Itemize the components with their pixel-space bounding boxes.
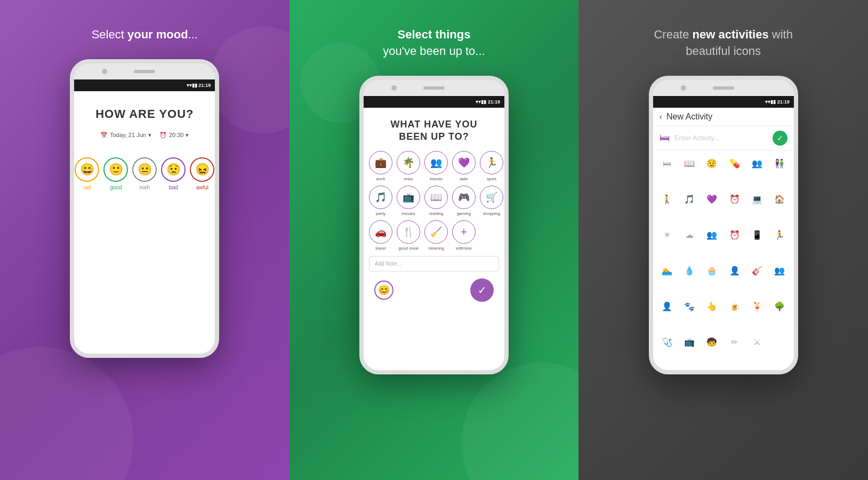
activity-relax[interactable]: 🌴 relax [397,151,420,181]
time-text: 20:30 [169,132,184,138]
activity-reading[interactable]: 📖 reading [424,186,448,216]
activity-movies[interactable]: 📺 movies [397,186,420,216]
activity-party[interactable]: 🎵 party [369,186,392,216]
icon-bed[interactable]: 🛏 [656,154,678,174]
icon-cloud[interactable]: ☁ [679,225,700,245]
activity-movies-label: movies [401,211,415,216]
icon-music[interactable]: 🎵 [679,189,700,210]
icon-guitar[interactable]: 🎸 [746,261,768,281]
activity-meal[interactable]: 🍴 good meal [397,220,420,251]
icon-laptop[interactable]: 💻 [746,189,768,210]
icon-couple[interactable]: 👫 [769,154,790,174]
icon-sun[interactable]: ☀ [656,225,678,245]
icon-walk[interactable]: 🚶 [656,189,678,210]
activity-meal-icon[interactable]: 🍴 [397,220,420,244]
activity-shopping-icon[interactable]: 🛒 [480,186,503,209]
activity-work-icon[interactable]: 💼 [369,151,392,174]
activity-shopping-label: shopping [483,211,500,216]
icon-cocktail[interactable]: 🍹 [746,297,768,317]
icon-cursor[interactable]: 👆 [701,297,722,317]
activity-relax-icon[interactable]: 🌴 [397,151,420,174]
face-bad-label: bad [169,185,178,190]
icon-cake[interactable]: 🧁 [701,261,722,281]
mood-awful[interactable]: 😖 awful [190,157,214,190]
icon-group[interactable]: 👥 [701,225,722,245]
activity-date-icon[interactable]: 💜 [452,151,476,174]
phone-top-bar-1 [74,63,215,79]
activity-party-icon[interactable]: 🎵 [369,186,392,209]
activities-content: WHAT HAVE YOU BEEN UP TO? 💼 work 🌴 relax… [364,108,504,370]
icon-drop[interactable]: 💧 [679,261,700,281]
icon-run[interactable]: 🏃 [769,225,790,245]
icon-paw[interactable]: 🐾 [679,297,700,317]
speaker-2 [423,86,445,90]
icon-house[interactable]: 🏠 [769,189,790,210]
icon-tree[interactable]: 🌳 [769,297,790,317]
icon-sword[interactable]: ⚔ [746,332,768,353]
activity-travel[interactable]: 🚗 travel [369,220,392,251]
icon-tv[interactable]: 📺 [679,332,700,353]
icon-people2[interactable]: 👥 [769,261,790,281]
activities-heading-line1: WHAT HAVE YOU [390,119,477,130]
new-activity-screen: ‹ New Activity 🛏 Enter Activity... ✓ 🛏 📖… [653,108,794,370]
panel-2-subtitle: you've been up to... [383,44,485,58]
mood-bad[interactable]: 😟 bad [161,157,186,190]
face-good-label: good [110,185,122,190]
face-meh-circle[interactable]: 😐 [132,157,157,182]
camera-2 [391,85,397,91]
activity-travel-icon[interactable]: 🚗 [369,220,392,244]
activity-movies-icon[interactable]: 📺 [397,186,420,209]
icon-person[interactable]: 👤 [724,261,745,281]
face-good-circle[interactable]: 🙂 [103,157,128,182]
icon-pencil[interactable]: ✏ [724,332,745,353]
icon-phone[interactable]: 📱 [746,225,768,245]
back-arrow-icon[interactable]: ‹ [660,112,662,122]
icon-heart[interactable]: 💜 [701,189,722,210]
icon-alarm[interactable]: ⏰ [724,189,745,210]
icon-child[interactable]: 🧒 [701,332,722,353]
activity-cleaning[interactable]: 🧹 cleaning [424,220,448,251]
activity-work[interactable]: 💼 work [369,151,392,181]
face-awful-label: awful [196,185,208,190]
icon-beer[interactable]: 🍺 [724,297,745,317]
activity-reading-icon[interactable]: 📖 [424,186,448,209]
activity-input-placeholder: Enter Activity... [674,134,720,142]
activity-gaming[interactable]: 🎮 gaming [452,186,476,216]
icon-swim[interactable]: 🏊 [656,261,678,281]
icon-people[interactable]: 👥 [746,154,768,174]
face-awful-circle[interactable]: 😖 [190,157,214,182]
activity-input[interactable]: Enter Activity... [674,134,768,142]
date-item[interactable]: 📅 Today, 21 Jun ▾ [100,132,151,139]
status-icons-3: ▾▾▮▮ 21:19 [765,99,790,105]
face-rad-circle[interactable]: 😄 [75,157,99,182]
icon-pill[interactable]: 💊 [724,154,745,174]
activity-friends[interactable]: 👥 friends [424,151,448,181]
confirm-green-button[interactable]: ✓ [773,131,787,146]
activity-sport-icon[interactable]: 🏃 [480,151,503,174]
face-bad-circle[interactable]: 😟 [161,157,186,182]
confirm-button[interactable]: ✓ [470,278,494,302]
add-note-input[interactable]: Add Note... [369,256,499,271]
icon-book[interactable]: 📖 [679,154,700,174]
icon-stethoscope[interactable]: 🩺 [656,332,678,353]
activity-gaming-icon[interactable]: 🎮 [452,186,476,209]
activities-screen: WHAT HAVE YOU BEEN UP TO? 💼 work 🌴 relax… [364,108,504,370]
activity-shopping[interactable]: 🛒 shopping [480,186,503,216]
icon-sad[interactable]: 😟 [701,154,722,174]
time-item[interactable]: ⏰ 20:30 ▾ [159,132,189,139]
activity-reading-label: reading [429,211,444,216]
mood-meh[interactable]: 😐 meh [132,157,157,190]
activity-edit[interactable]: + edit/new [452,220,476,251]
activity-sport[interactable]: 🏃 sport [480,151,503,181]
activity-edit-label: edit/new [456,246,472,251]
activity-cleaning-icon[interactable]: 🧹 [424,220,448,244]
mood-rad[interactable]: 😄 rad [75,157,99,190]
activity-edit-icon[interactable]: + [452,220,476,244]
back-mood-button[interactable]: 😊 [374,281,393,300]
icon-clock[interactable]: ⏰ [724,225,745,245]
icon-user[interactable]: 👤 [656,297,678,317]
activity-date[interactable]: 💜 date [452,151,476,181]
mood-good[interactable]: 🙂 good [103,157,128,190]
activity-friends-icon[interactable]: 👥 [424,151,448,174]
panel-3-title-bold: new activities [693,28,769,41]
